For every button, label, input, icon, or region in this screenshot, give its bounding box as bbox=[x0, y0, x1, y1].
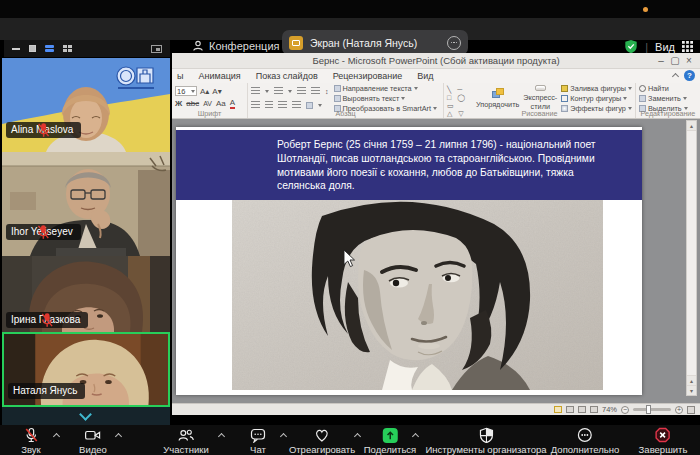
tab-animation[interactable]: Анимация bbox=[198, 71, 240, 81]
participants-button[interactable]: Участники bbox=[163, 427, 208, 455]
help-icon[interactable]: ? bbox=[684, 70, 695, 81]
participants-label: Участники bbox=[163, 444, 208, 455]
bullets-icon[interactable] bbox=[251, 87, 260, 95]
slide-text: Роберт Бернс (25 січня 1759 – 21 липня 1… bbox=[277, 138, 607, 193]
meeting-title-bar: .. Конференция Экран (Наталя Янусь) | Ви… bbox=[0, 18, 700, 40]
collapse-panel-bar[interactable] bbox=[2, 407, 170, 425]
zoom-out-icon[interactable]: − bbox=[621, 406, 629, 414]
popout-panel-icon[interactable] bbox=[151, 45, 162, 53]
shapes-gallery[interactable]: ╲ ─ □ ◯ ▭△ ▽ ◇ → ☆( ) { } * bbox=[447, 85, 472, 109]
bold-icon[interactable]: Ж bbox=[175, 99, 182, 108]
align-text-icon bbox=[334, 95, 341, 102]
conference-info-button[interactable]: Конференция bbox=[192, 40, 279, 52]
participant-tile-alina[interactable]: Alina Maslova bbox=[2, 58, 170, 152]
find-button[interactable]: Найти bbox=[639, 84, 697, 93]
heart-icon bbox=[314, 427, 330, 443]
muted-mic-icon bbox=[23, 427, 39, 443]
security-shield-icon[interactable] bbox=[624, 39, 638, 54]
char-spacing-icon[interactable]: AV bbox=[203, 100, 212, 107]
end-meeting-button[interactable]: Завершить bbox=[639, 427, 688, 455]
shape-fill-button[interactable]: Заливка фигуры bbox=[561, 84, 632, 93]
share-button[interactable]: Поделиться bbox=[364, 427, 416, 455]
zoom-slider[interactable] bbox=[633, 408, 671, 411]
change-case-icon[interactable]: Aa bbox=[216, 99, 226, 108]
shrink-font-icon[interactable]: A▾ bbox=[212, 87, 221, 96]
video-options-caret[interactable] bbox=[115, 433, 122, 440]
justify-icon[interactable] bbox=[292, 101, 301, 109]
tab-slideshow[interactable]: Показ слайдов bbox=[256, 71, 318, 81]
font-color-icon[interactable]: A bbox=[230, 98, 235, 109]
previous-slide-icon[interactable]: ▴ bbox=[687, 375, 696, 385]
reading-view-icon[interactable] bbox=[578, 406, 586, 413]
robert-burns-portrait-image bbox=[232, 200, 603, 390]
zoom-in-icon[interactable]: + bbox=[675, 406, 683, 414]
end-meeting-icon bbox=[655, 427, 671, 443]
video-label: Видео bbox=[79, 444, 107, 455]
meeting-window: .. Конференция Экран (Наталя Янусь) | Ви… bbox=[0, 0, 700, 455]
shape-outline-button[interactable]: Контур фигуры bbox=[561, 94, 632, 103]
share-options-button[interactable] bbox=[447, 36, 461, 50]
text-direction-button[interactable]: Направление текста bbox=[334, 84, 438, 93]
react-button[interactable]: Отреагировать bbox=[289, 427, 355, 455]
chat-button[interactable]: Чат bbox=[250, 427, 266, 455]
align-text-button[interactable]: Выровнять текст bbox=[334, 94, 438, 103]
host-tools-button[interactable]: Инструменты организатора bbox=[425, 427, 546, 455]
participant-tile-iryna[interactable]: Ірина Глазкова bbox=[2, 256, 170, 332]
share-label: Поделиться bbox=[364, 444, 416, 455]
grow-font-icon[interactable]: A▴ bbox=[200, 87, 209, 96]
font-size-select[interactable]: 16 bbox=[175, 86, 197, 96]
tab-review[interactable]: Рецензирование bbox=[333, 71, 403, 81]
slide-scrollbar[interactable]: ▴ ▴ ▾ bbox=[686, 120, 697, 396]
slide-sorter-view-icon[interactable] bbox=[566, 406, 574, 413]
end-label: Завершить bbox=[639, 444, 688, 455]
minimize-panel-icon[interactable] bbox=[12, 48, 20, 50]
gallery-view-icon[interactable] bbox=[45, 45, 54, 52]
strikethrough-icon[interactable]: abc bbox=[186, 99, 199, 108]
align-left-icon[interactable] bbox=[251, 101, 260, 109]
audio-options-caret[interactable] bbox=[53, 433, 60, 440]
slideshow-view-icon[interactable] bbox=[590, 406, 598, 413]
ribbon-group-paragraph: ↕ Направление текста Выровнять текст Пре… bbox=[248, 83, 444, 118]
slide-canvas[interactable]: Роберт Бернс (25 січня 1759 – 21 липня 1… bbox=[176, 127, 642, 395]
audio-button[interactable]: Звук bbox=[21, 427, 40, 455]
fit-to-window-icon[interactable] bbox=[687, 406, 695, 414]
normal-view-icon[interactable] bbox=[554, 406, 562, 413]
mouse-cursor bbox=[343, 249, 355, 268]
next-slide-icon[interactable]: ▾ bbox=[687, 385, 696, 395]
columns-icon[interactable] bbox=[306, 102, 313, 109]
participant-tile-ihor[interactable]: Ihor Yeliseyev bbox=[2, 152, 170, 256]
align-right-icon[interactable] bbox=[278, 101, 287, 109]
align-center-icon[interactable] bbox=[265, 101, 273, 109]
ppt-title-bar: Бернс - Microsoft PowerPoint (Сбой актив… bbox=[172, 53, 700, 69]
chat-options-caret[interactable] bbox=[280, 433, 287, 440]
view-grid-icon[interactable] bbox=[682, 41, 693, 52]
arrange-icon bbox=[492, 88, 504, 98]
react-label: Отреагировать bbox=[289, 444, 355, 455]
numbering-icon[interactable] bbox=[274, 87, 283, 95]
participant-tile-natalia-active-speaker[interactable]: Наталя Янусь bbox=[2, 332, 170, 407]
zoom-slider-thumb[interactable] bbox=[646, 405, 651, 414]
arrange-button[interactable]: Упорядочить bbox=[476, 85, 519, 111]
grid-view-icon[interactable] bbox=[63, 45, 72, 52]
ppt-ribbon: 16 A▴ A▾ Ж abc AV Aa A Шрифт bbox=[172, 83, 700, 119]
scroll-up-icon[interactable]: ▴ bbox=[687, 121, 696, 131]
recording-indicator-dot bbox=[643, 7, 648, 12]
line-spacing-icon[interactable]: ↕ bbox=[325, 88, 329, 95]
ppt-maximize-button[interactable]: ▢ bbox=[668, 53, 682, 69]
screen-share-pill[interactable]: Экран (Наталя Янусь) bbox=[282, 30, 468, 55]
quick-styles-button[interactable]: Экспресс-стили bbox=[523, 85, 557, 111]
more-label: Дополнительно bbox=[551, 444, 619, 455]
speaker-view-icon[interactable] bbox=[29, 45, 36, 52]
ppt-close-button[interactable]: × bbox=[682, 53, 696, 69]
video-button[interactable]: Видео bbox=[79, 427, 107, 455]
tab-view[interactable]: Вид bbox=[417, 71, 433, 81]
tab-partial[interactable]: ы bbox=[177, 71, 183, 81]
decrease-indent-icon[interactable] bbox=[297, 87, 306, 95]
muted-mic-icon bbox=[6, 312, 88, 328]
ppt-minimize-button[interactable]: – bbox=[654, 53, 668, 69]
more-button[interactable]: Дополнительно bbox=[551, 427, 619, 455]
participants-options-caret[interactable] bbox=[218, 433, 225, 440]
replace-button[interactable]: Заменить bbox=[639, 94, 697, 103]
increase-indent-icon[interactable] bbox=[311, 87, 320, 95]
muted-mic-icon bbox=[6, 122, 81, 138]
